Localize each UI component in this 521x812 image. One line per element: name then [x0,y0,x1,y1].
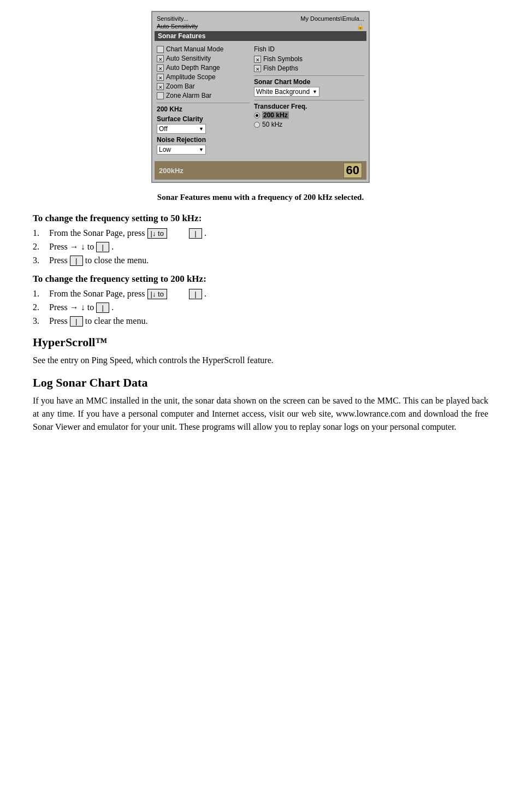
zoom-bar-item[interactable]: Zoom Bar [157,82,250,90]
zoom-bar-checkbox[interactable] [157,83,164,90]
auto-sens-row: Auto Sensitivity 🔒 [155,23,366,31]
list-content-1: From the Sonar Page, press |↓ to | . [49,228,206,239]
fish-symbols-item[interactable]: Fish Symbols [254,55,364,63]
sensitivity-label: Sensitivity... [157,15,188,22]
freq-50-item[interactable]: 50 kHz [254,121,364,128]
zone-alarm-bar-checkbox[interactable] [157,92,164,99]
sonar-chart-mode-title: Sonar Chart Mode [254,78,364,86]
list-content-3: Press | to close the menu. [49,256,149,266]
text-clear-menu: to clear the menu. [85,316,148,326]
fish-depths-checkbox[interactable] [254,65,261,72]
section2-item2: 2. Press → ↓ to | . [33,303,488,313]
sonar-chart-section: Sonar Chart Mode White Background ▼ [254,75,364,97]
chart-manual-mode-checkbox[interactable] [157,46,164,53]
auto-sensitivity-checkbox[interactable] [157,55,164,62]
zone-alarm-bar-item[interactable]: Zone Alarm Bar [157,92,250,99]
sonar-chart-value: White Background [256,88,310,96]
text-dot-1: . [204,228,206,238]
auto-sensitivity-item[interactable]: Auto Sensitivity [157,55,250,62]
log-sonar-text: If you have an MMC installed in the unit… [33,394,488,434]
noise-rejection-arrow: ▼ [199,147,204,152]
menu-right-column: Fish ID Fish Symbols Fish Depths Sonar C… [254,45,364,157]
freq-50-radio[interactable] [254,122,260,128]
text-press-arrow: Press → ↓ to [49,242,94,252]
section1-list: 1. From the Sonar Page, press |↓ to | . … [33,228,488,266]
chart-manual-mode-item[interactable]: Chart Manual Mode [157,45,250,53]
section1-heading: To change the frequency setting to 50 kH… [33,213,488,224]
text-dot-s2-2: . [111,303,114,312]
freq-label: 200 KHz [157,105,250,113]
log-sonar-title: Log Sonar Chart Data [33,376,488,390]
noise-rejection-label: Noise Rejection [157,136,250,144]
surface-clarity-arrow: ▼ [199,126,204,132]
freq-50-label: 50 kHz [262,121,282,128]
section1-item3: 3. Press | to close the menu. [33,256,488,266]
text-press-s2-3: Press [49,316,68,326]
section2-heading: To change the frequency setting to 200 k… [33,274,488,285]
freq-200-item[interactable]: 200 kHz [254,111,364,119]
text-press-arrow-2: Press → ↓ to [49,303,94,312]
list-num-s2-1: 1. [33,289,49,299]
zoom-bar-label: Zoom Bar [166,82,195,90]
section2-list: 1. From the Sonar Page, press |↓ to | . … [33,289,488,327]
section1-item2: 2. Press → ↓ to | . [33,242,488,252]
key-pipe-s2-1[interactable]: | [189,289,202,299]
key-pipe-1[interactable]: | [189,228,202,239]
log-sonar-section: Log Sonar Chart Data If you have an MMC … [33,376,488,434]
caption: Sonar Features menu with a frequency of … [33,193,488,202]
list-num-s2-3: 3. [33,316,49,326]
list-num-s2-2: 2. [33,303,49,312]
surface-clarity-value: Off [159,125,168,133]
amplitude-scope-item[interactable]: Amplitude Scope [157,73,250,81]
zone-alarm-bar-label: Zone Alarm Bar [166,92,211,99]
auto-depth-range-checkbox[interactable] [157,64,164,72]
hyperscroll-section: HyperScroll™ See the entry on Ping Speed… [33,335,488,367]
bottom-number: 60 [344,163,362,178]
menu-body: Chart Manual Mode Auto Sensitivity Auto … [155,43,366,159]
auto-depth-range-label: Auto Depth Range [166,64,220,72]
key-down-s2-1[interactable]: |↓ to [147,289,167,299]
text-spacer-s2-1 [169,289,187,299]
key-pipe-s2-3[interactable]: | [70,316,83,327]
transducer-freq-title: Transducer Freq. [254,103,364,110]
section2-item1: 1. From the Sonar Page, press |↓ to | . [33,289,488,299]
chart-manual-mode-label: Chart Manual Mode [166,45,223,53]
fish-id-label: Fish ID [254,45,364,53]
hyperscroll-text: See the entry on Ping Speed, which contr… [33,354,488,367]
noise-rejection-dropdown[interactable]: Low ▼ [157,145,206,155]
list-content-2: Press → ↓ to | . [49,242,114,252]
hyperscroll-title: HyperScroll™ [33,335,488,349]
amplitude-scope-checkbox[interactable] [157,74,164,81]
sonar-menu: Sensitivity... My Documents\Emula... Aut… [151,11,370,183]
sonar-chart-arrow: ▼ [312,89,317,94]
section1: To change the frequency setting to 50 kH… [33,213,488,266]
text-spacer-1 [169,228,187,238]
list-num-1: 1. [33,228,49,238]
text-dot-2: . [111,242,114,252]
text-dot-s2-1: . [204,289,206,299]
surface-clarity-label: Surface Clarity [157,115,250,123]
text-press-3: Press [49,256,68,265]
auto-depth-range-item[interactable]: Auto Depth Range [157,64,250,72]
surface-clarity-dropdown[interactable]: Off ▼ [157,124,206,134]
amplitude-scope-label: Amplitude Scope [166,73,216,81]
menu-top-bar: Sensitivity... My Documents\Emula... [155,14,366,23]
list-num-2: 2. [33,242,49,252]
auto-sensitivity-label: Auto Sensitivity [166,55,211,62]
key-pipe-3[interactable]: | [70,256,83,266]
freq-200-radio[interactable] [254,112,260,118]
key-down-1[interactable]: |↓ to [147,228,167,239]
menu-left-column: Chart Manual Mode Auto Sensitivity Auto … [157,45,250,157]
screenshot-area: Sensitivity... My Documents\Emula... Aut… [33,11,488,183]
noise-rejection-value: Low [159,146,171,153]
fish-depths-item[interactable]: Fish Depths [254,64,364,72]
list-content-s2-2: Press → ↓ to | . [49,303,114,313]
freq-200-label: 200 kHz [262,111,289,119]
section2-item3: 3. Press | to clear the menu. [33,316,488,327]
sonar-features-header: Sonar Features [155,31,366,41]
key-pipe-s2-2[interactable]: | [96,303,109,313]
fish-symbols-label: Fish Symbols [263,55,303,63]
fish-symbols-checkbox[interactable] [254,56,261,63]
key-pipe-2[interactable]: | [96,242,109,252]
sonar-chart-dropdown[interactable]: White Background ▼ [254,87,319,97]
